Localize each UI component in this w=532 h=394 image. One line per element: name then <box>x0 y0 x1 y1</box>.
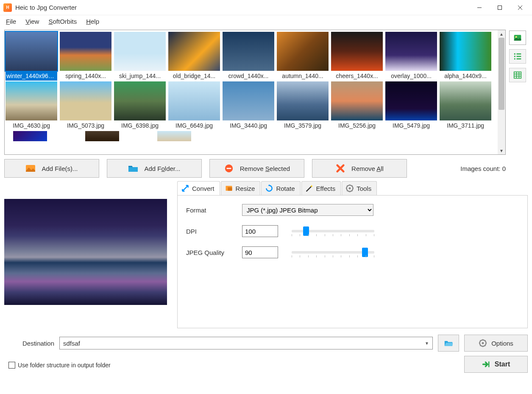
remove-selected-label: Remove Selected <box>240 165 290 172</box>
svg-line-30 <box>347 190 348 191</box>
tab-resize[interactable]: Resize <box>221 181 261 195</box>
tab-effects-label: Effects <box>316 185 336 192</box>
menu-bar: File View SoftOrbits Help <box>0 15 532 27</box>
thumbnail-filename: cheers_1440x... <box>331 72 383 81</box>
scroll-down-arrow[interactable]: ▼ <box>498 147 505 154</box>
add-folder-label: Add Folder... <box>144 165 180 172</box>
dpi-input[interactable] <box>242 225 278 237</box>
start-button[interactable]: Start <box>464 356 528 373</box>
convert-tab-body: Format JPG (*.jpg) JPEG Bitmap DPI JPEG … <box>177 195 528 328</box>
menu-help[interactable]: Help <box>84 17 101 26</box>
thumbnail-item[interactable]: IMG_6398.jpg <box>114 81 166 130</box>
view-list-button[interactable] <box>509 49 526 64</box>
thumbnail-item[interactable]: winter_1440x960.heic <box>6 32 57 81</box>
thumbnail-item[interactable]: IMG_3579.jpg <box>277 81 329 130</box>
window-controls <box>469 0 530 15</box>
window-title: Heic to Jpg Converter <box>15 4 77 11</box>
thumbnail-item[interactable]: autumn_1440... <box>277 32 329 81</box>
quality-input[interactable] <box>242 246 278 258</box>
thumbnail-item[interactable]: IMG_6649.jpg <box>168 81 220 130</box>
add-folder-button[interactable]: Add Folder... <box>107 159 202 178</box>
maximize-button[interactable] <box>490 0 510 15</box>
thumbnail-item[interactable]: overlay_1000... <box>385 32 437 81</box>
menu-softorbits[interactable]: SoftOrbits <box>47 17 78 26</box>
thumbnail-image <box>223 32 274 71</box>
thumbnail-filename: autumn_1440... <box>277 72 329 81</box>
svg-line-40 <box>480 345 481 346</box>
thumbnail-item[interactable]: cheers_1440x... <box>331 32 383 81</box>
format-select[interactable]: JPG (*.jpg) JPEG Bitmap <box>242 204 373 216</box>
svg-rect-11 <box>517 59 521 60</box>
thumbnail-filename: IMG_5256.jpg <box>331 121 383 130</box>
scroll-thumb[interactable] <box>499 38 504 110</box>
menu-view[interactable]: View <box>24 17 41 26</box>
svg-line-38 <box>480 340 481 341</box>
use-folder-structure-label: Use folder structure in output folder <box>18 362 111 369</box>
thumbnail-filename: old_bridge_14... <box>168 72 220 81</box>
thumbnail-item[interactable]: IMG_5479.jpg <box>385 81 437 130</box>
dpi-label: DPI <box>186 228 242 235</box>
thumbnail-filename: ski_jump_144... <box>114 72 166 81</box>
vertical-scrollbar[interactable]: ▲ ▼ <box>498 30 505 154</box>
thumbnail-item[interactable]: IMG_5256.jpg <box>331 81 383 130</box>
thumbnail-item[interactable]: alpha_1440x9... <box>440 32 491 81</box>
remove-all-label: Remove All <box>351 165 384 172</box>
thumbnail-item[interactable] <box>13 131 65 142</box>
scroll-up-arrow[interactable]: ▲ <box>498 30 505 38</box>
thumbnail-filename: overlay_1000... <box>385 72 437 81</box>
tab-convert[interactable]: Convert <box>177 181 220 195</box>
thumbnail-item[interactable]: old_bridge_14... <box>168 32 220 81</box>
svg-line-31 <box>352 185 353 186</box>
use-folder-structure-checkbox[interactable] <box>8 362 15 369</box>
thumbnail-image <box>277 81 329 120</box>
view-thumbnails-button[interactable] <box>509 31 526 45</box>
thumbnail-item[interactable]: IMG_3711.jpg <box>440 81 491 130</box>
tab-rotate[interactable]: Rotate <box>261 181 300 195</box>
settings-pane: Convert Resize Rotate Effects Tools Form… <box>177 181 528 330</box>
menu-file[interactable]: File <box>4 17 18 26</box>
dpi-slider[interactable] <box>292 230 374 232</box>
svg-rect-9 <box>517 56 521 57</box>
thumbnail-grid[interactable]: winter_1440x960.heicspring_1440x...ski_j… <box>4 30 506 155</box>
view-mode-toolbar <box>509 30 528 155</box>
thumbnail-item[interactable]: IMG_4630.jpg <box>6 81 57 130</box>
svg-line-41 <box>485 340 486 341</box>
tab-resize-label: Resize <box>236 185 255 192</box>
thumbnail-image <box>385 81 437 120</box>
thumbnail-item[interactable]: IMG_3440.jpg <box>223 81 274 130</box>
tab-convert-label: Convert <box>192 185 214 192</box>
thumbnail-item[interactable] <box>85 131 137 142</box>
thumbnail-image <box>6 32 57 71</box>
svg-point-23 <box>349 187 351 190</box>
quality-slider[interactable] <box>292 251 374 254</box>
thumbnail-image <box>331 81 383 120</box>
tab-tools[interactable]: Tools <box>342 181 377 195</box>
thumbnail-filename: spring_1440x... <box>60 72 111 81</box>
minimize-button[interactable] <box>469 0 490 15</box>
close-button[interactable] <box>510 0 530 15</box>
thumbnail-item[interactable]: crowd_1440x... <box>223 32 274 81</box>
tab-effects[interactable]: Effects <box>301 181 341 195</box>
thumbnail-filename: IMG_5479.jpg <box>385 121 437 130</box>
remove-selected-button[interactable]: Remove Selected <box>209 159 304 178</box>
thumbnail-filename: IMG_3440.jpg <box>223 121 274 130</box>
thumbnail-filename: IMG_3711.jpg <box>440 121 491 130</box>
thumbnail-item[interactable]: IMG_5073.jpg <box>60 81 111 130</box>
remove-all-button[interactable]: Remove All <box>312 159 407 178</box>
view-details-button[interactable] <box>509 68 526 82</box>
format-label: Format <box>186 207 242 214</box>
thumbnail-image <box>6 81 57 120</box>
thumbnail-item[interactable] <box>157 131 209 142</box>
thumbnail-item[interactable]: spring_1440x... <box>60 32 111 81</box>
svg-rect-42 <box>488 361 490 367</box>
browse-destination-button[interactable] <box>438 335 459 352</box>
thumbnail-item[interactable]: ski_jump_144... <box>114 32 166 81</box>
destination-combo[interactable]: sdfsaf ▼ <box>59 337 433 349</box>
svg-line-28 <box>347 185 348 186</box>
thumbnail-filename: crowd_1440x... <box>223 72 274 81</box>
add-files-label: Add File(s)... <box>42 165 78 172</box>
add-files-button[interactable]: Add File(s)... <box>4 159 99 178</box>
thumbnail-image <box>440 81 491 120</box>
options-button[interactable]: Options <box>464 335 528 352</box>
images-count-label: Images count: 0 <box>460 165 506 172</box>
